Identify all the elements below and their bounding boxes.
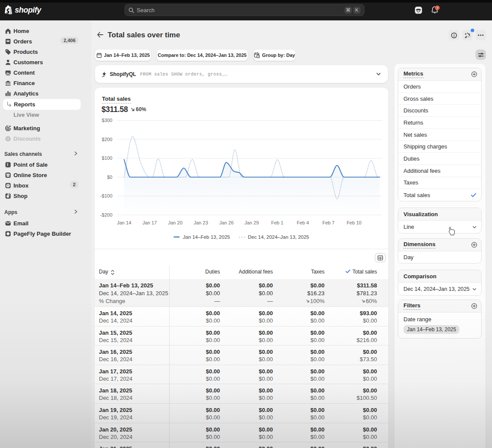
svg-text:7: 7	[436, 6, 438, 10]
